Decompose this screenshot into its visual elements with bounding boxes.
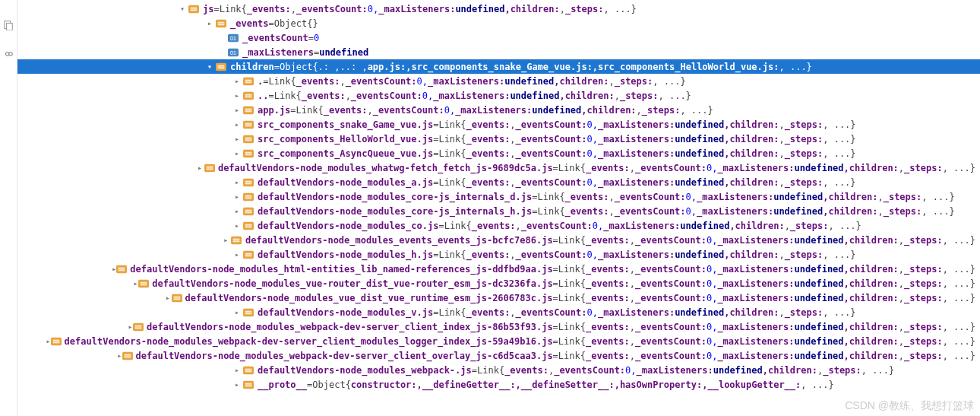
tree-row[interactable]: ▸defaultVendors-node_modules_webpack-.js… [17, 363, 980, 377]
tree-row[interactable]: ▸defaultVendors-node_modules_a.js = Link… [17, 175, 980, 189]
tree-row[interactable]: ▾js = Link {_events: ,_eventsCount: 0,_m… [17, 2, 980, 16]
expand-arrow-icon[interactable]: ▸ [221, 236, 231, 244]
tree-row[interactable]: ▸src_components_snake_Game_vue.js = Link… [17, 117, 980, 132]
tree-row[interactable]: ▸defaultVendors-node_modules_vue-router_… [17, 276, 980, 291]
tree-row[interactable]: ▸defaultVendors-node_modules_core-js_int… [17, 189, 980, 204]
object-field-icon [242, 365, 254, 376]
tree-row[interactable]: ▸defaultVendors-node_modules_vue_dist_vu… [17, 291, 980, 305]
tree-row[interactable]: 01_eventsCount = 0 [17, 30, 980, 45]
variable-name: defaultVendors-node_modules_core-js_inte… [258, 192, 532, 202]
object-field-icon [204, 163, 215, 173]
object-field-icon [242, 206, 254, 217]
debugger-panel: ▾js = Link {_events: ,_eventsCount: 0,_m… [0, 0, 980, 416]
tree-row[interactable]: ▾children = Object {.: ,..: ,app.js: ,sr… [17, 59, 980, 74]
object-field-icon [242, 249, 254, 260]
expand-arrow-icon[interactable]: ▾ [204, 62, 215, 71]
tree-row[interactable]: ▸app.js = Link {_events: ,_eventsCount: … [17, 103, 980, 117]
variable-name: defaultVendors-node_modules_webpack-dev-… [136, 351, 553, 361]
variable-tree[interactable]: ▾js = Link {_events: ,_eventsCount: 0,_m… [17, 0, 980, 416]
variable-name: defaultVendors-node_modules_whatwg-fetch… [218, 163, 553, 173]
object-field-icon [51, 336, 62, 347]
expand-arrow-icon[interactable]: ▸ [128, 322, 133, 331]
tree-row[interactable]: ▸defaultVendors-node_modules_events_even… [17, 233, 980, 247]
object-field-icon [242, 119, 254, 130]
expand-arrow-icon[interactable]: ▸ [232, 192, 242, 201]
tree-row[interactable]: 01_maxListeners = undefined [17, 45, 980, 59]
variable-name: defaultVendors-node_modules_a.js [258, 177, 433, 188]
object-field-icon [138, 278, 149, 289]
tree-row[interactable]: ▸defaultVendors-node_modules_webpack-dev… [17, 334, 980, 348]
variable-name: app.js [258, 105, 290, 116]
expand-arrow-icon[interactable]: ▸ [232, 106, 242, 114]
expand-arrow-icon[interactable]: ▸ [232, 250, 242, 259]
expand-arrow-icon[interactable]: ▾ [177, 5, 188, 13]
variable-name: src_components_AsyncQueue_vue.js [258, 148, 433, 159]
variable-name: defaultVendors-node_modules_vue-router_d… [152, 278, 552, 289]
svg-text:01: 01 [230, 35, 236, 40]
object-field-icon [242, 148, 254, 159]
expand-arrow-icon[interactable]: ▸ [232, 149, 242, 157]
object-field-icon [242, 91, 254, 101]
object-field-icon [172, 293, 182, 303]
expand-arrow-icon[interactable]: ▸ [232, 178, 242, 186]
object-field-icon [116, 264, 127, 275]
variable-name: _events [230, 18, 269, 29]
variable-name: _maxListeners [242, 47, 314, 58]
expand-arrow-icon[interactable]: ▸ [232, 77, 242, 85]
tree-row[interactable]: ▸defaultVendors-node_modules_webpack-dev… [17, 319, 980, 334]
variable-name: . [258, 76, 263, 87]
tree-row[interactable]: ▸src_components_AsyncQueue_vue.js = Link… [17, 146, 980, 160]
object-field-icon [188, 4, 200, 14]
expand-arrow-icon[interactable]: ▸ [133, 279, 139, 287]
variable-name: defaultVendors-node_modules_co.js [258, 221, 438, 231]
tree-row[interactable]: ▸defaultVendors-node_modules_whatwg-fetc… [17, 160, 980, 175]
expand-arrow-icon[interactable]: ▸ [232, 380, 242, 389]
variable-name: .. [258, 91, 268, 101]
variable-name: children [230, 62, 274, 72]
object-field-icon [242, 76, 254, 87]
tree-row[interactable]: ▸defaultVendors-node_modules_webpack-dev… [17, 348, 980, 363]
variable-name: __proto__ [258, 379, 307, 390]
tree-row[interactable]: ▸defaultVendors-node_modules_h.js = Link… [17, 247, 980, 262]
variable-name: defaultVendors-node_modules_webpack-dev-… [65, 336, 553, 347]
object-field-icon [242, 134, 254, 144]
variable-name: defaultVendors-node_modules_events_event… [245, 235, 553, 246]
tree-row[interactable]: ▸src_components_HelloWorld_vue.js = Link… [17, 132, 980, 146]
tree-row[interactable]: ▸.. = Link {_events: ,_eventsCount: 0,_m… [17, 88, 980, 103]
expand-arrow-icon[interactable]: ▸ [232, 135, 242, 143]
number-field-icon: 01 [227, 33, 239, 43]
expand-arrow-icon[interactable]: ▸ [232, 308, 242, 316]
variable-name: js [203, 4, 213, 14]
variable-name: defaultVendors-node_modules_core-js_inte… [258, 206, 532, 217]
svg-text:01: 01 [230, 49, 236, 55]
object-field-icon [242, 379, 254, 390]
tree-row[interactable]: ▸defaultVendors-node_modules_co.js = Lin… [17, 218, 980, 233]
expand-arrow-icon[interactable]: ▸ [195, 164, 204, 172]
object-field-icon [122, 351, 133, 361]
expand-arrow-icon[interactable]: ▸ [232, 366, 242, 374]
tree-row[interactable]: ▸defaultVendors-node_modules_html-entiti… [17, 262, 980, 276]
tree-row[interactable]: ▸defaultVendors-node_modules_core-js_int… [17, 204, 980, 218]
expand-arrow-icon[interactable]: ▸ [232, 221, 242, 230]
tree-row[interactable]: ▸_events = Object {} [17, 16, 980, 30]
object-field-icon [242, 105, 254, 116]
object-field-icon [215, 18, 227, 29]
variable-name: defaultVendors-node_modules_html-entitie… [130, 264, 552, 275]
variable-name: defaultVendors-node_modules_webpack-.js [258, 365, 472, 376]
infinity-icon[interactable] [3, 49, 14, 59]
expand-arrow-icon[interactable]: ▸ [232, 91, 242, 100]
variable-name: src_components_HelloWorld_vue.js [258, 134, 433, 144]
editor-gutter [0, 0, 17, 416]
object-field-icon [242, 307, 254, 318]
tree-row[interactable]: ▸__proto__ = Object {constructor: ,__def… [17, 377, 980, 392]
variable-name: src_components_snake_Game_vue.js [258, 119, 433, 130]
expand-arrow-icon[interactable]: ▸ [232, 207, 242, 215]
tree-row[interactable]: ▸. = Link {_events: ,_eventsCount: 0,_ma… [17, 74, 980, 88]
expand-arrow-icon[interactable]: ▸ [232, 120, 242, 129]
expand-arrow-icon[interactable]: ▸ [164, 294, 172, 302]
object-field-icon [215, 62, 227, 72]
tree-row[interactable]: ▸defaultVendors-node_modules_v.js = Link… [17, 305, 980, 319]
expand-arrow-icon[interactable]: ▸ [204, 19, 215, 27]
copy-icon[interactable] [3, 20, 14, 30]
number-field-icon: 01 [227, 47, 239, 58]
